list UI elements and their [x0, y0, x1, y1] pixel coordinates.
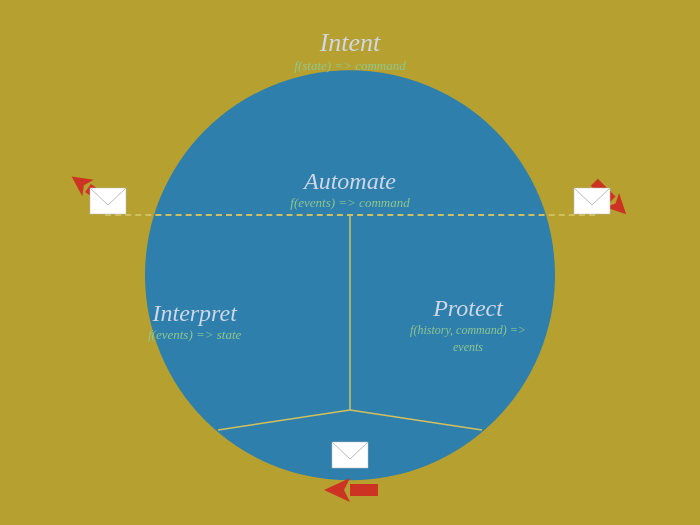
- svg-marker-7: [324, 478, 350, 502]
- automate-subtitle: f(events) => command: [290, 195, 409, 211]
- label-intent: Intent f(state) => command: [294, 28, 405, 74]
- intent-title: Intent: [294, 28, 405, 58]
- y-lines-svg: [0, 0, 700, 525]
- svg-rect-11: [332, 442, 368, 468]
- protect-subtitle: f(history, command) => events: [398, 322, 538, 356]
- interpret-subtitle: f(events) => state: [148, 327, 241, 343]
- protect-title: Protect: [398, 295, 538, 322]
- diagram-container: Intent f(state) => command Automate f(ev…: [0, 0, 700, 525]
- envelope-bottom-center: [332, 442, 368, 468]
- envelope-top-left: [90, 188, 126, 214]
- intent-subtitle: f(state) => command: [294, 58, 405, 74]
- svg-line-2: [350, 410, 482, 430]
- label-protect: Protect f(history, command) => events: [398, 295, 538, 356]
- automate-title: Automate: [290, 168, 409, 195]
- label-interpret: Interpret f(events) => state: [148, 300, 241, 343]
- svg-rect-9: [90, 188, 126, 214]
- svg-rect-10: [574, 188, 610, 214]
- svg-rect-8: [350, 484, 378, 496]
- interpret-title: Interpret: [148, 300, 241, 327]
- label-automate: Automate f(events) => command: [290, 168, 409, 211]
- svg-line-1: [218, 410, 350, 430]
- envelope-top-right: [574, 188, 610, 214]
